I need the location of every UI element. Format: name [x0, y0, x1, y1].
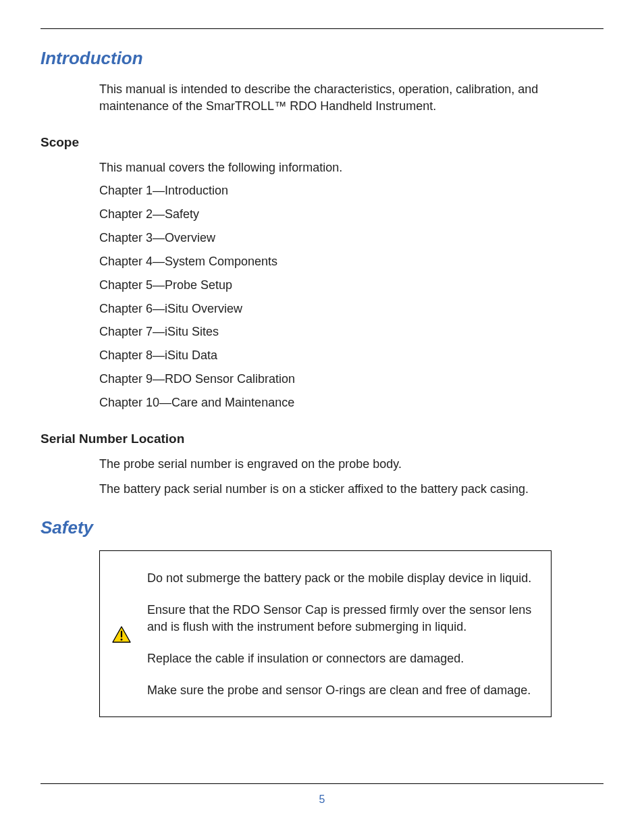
heading-introduction: Introduction [41, 48, 603, 69]
chapter-item: Chapter 10—Care and Maintenance [99, 394, 603, 411]
warning-icon [112, 626, 131, 646]
chapter-item: Chapter 4—System Components [99, 253, 603, 270]
scope-body: This manual covers the following informa… [41, 159, 603, 411]
page-footer: 5 [41, 783, 603, 806]
heading-scope: Scope [41, 135, 603, 150]
svg-point-2 [121, 639, 123, 641]
bottom-horizontal-rule [41, 783, 603, 784]
safety-paragraph-2: Ensure that the RDO Sensor Cap is presse… [147, 602, 539, 635]
safety-paragraph-4: Make sure the probe and sensor O-rings a… [147, 682, 539, 699]
safety-text-block: Do not submerge the battery pack or the … [147, 570, 539, 702]
chapter-item: Chapter 5—Probe Setup [99, 277, 603, 294]
safety-paragraph-1: Do not submerge the battery pack or the … [147, 570, 539, 587]
chapter-item: Chapter 7—iSitu Sites [99, 323, 603, 340]
chapter-item: Chapter 1—Introduction [99, 182, 603, 199]
chapter-item: Chapter 8—iSitu Data [99, 347, 603, 364]
serial-paragraph-1: The probe serial number is engraved on t… [99, 456, 603, 473]
heading-serial-number-location: Serial Number Location [41, 432, 603, 446]
page-number: 5 [41, 793, 603, 806]
top-horizontal-rule [41, 28, 603, 29]
chapter-item: Chapter 3—Overview [99, 230, 603, 246]
intro-paragraph: This manual is intended to describe the … [99, 81, 603, 115]
chapter-item: Chapter 6—iSitu Overview [99, 301, 603, 317]
heading-safety: Safety [41, 517, 603, 538]
safety-callout-box: Do not submerge the battery pack or the … [99, 550, 552, 716]
document-page: Introduction This manual is intended to … [0, 0, 644, 834]
chapter-item: Chapter 9—RDO Sensor Calibration [99, 371, 603, 388]
introduction-body: This manual is intended to describe the … [41, 81, 603, 115]
safety-paragraph-3: Replace the cable if insulation or conne… [147, 650, 539, 667]
serial-paragraph-2: The battery pack serial number is on a s… [99, 481, 603, 498]
serial-body: The probe serial number is engraved on t… [41, 456, 603, 498]
scope-lead: This manual covers the following informa… [99, 159, 603, 176]
chapter-item: Chapter 2—Safety [99, 206, 603, 223]
